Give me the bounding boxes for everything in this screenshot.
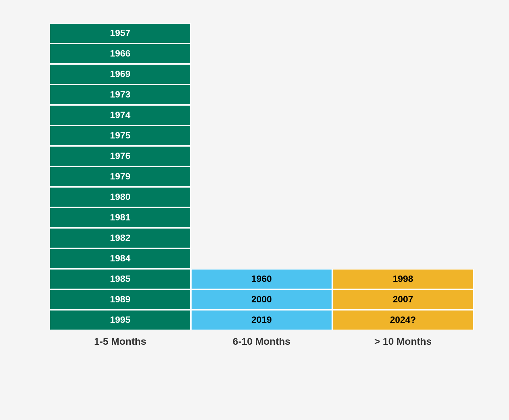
table-row bbox=[332, 166, 474, 187]
table-row: 1985 bbox=[49, 269, 191, 289]
chart-grid-wrapper: 1957196619691973197419751976197919801981… bbox=[49, 23, 460, 347]
chart-container: 1957196619691973197419751976197919801981… bbox=[42, 16, 467, 404]
table-row: 2000 bbox=[191, 289, 332, 310]
table-row bbox=[191, 105, 332, 125]
table-row: 1966 bbox=[49, 43, 191, 64]
table-row bbox=[332, 228, 474, 248]
table-row bbox=[332, 84, 474, 105]
table-row bbox=[191, 187, 332, 207]
table-row bbox=[191, 248, 332, 269]
table-row bbox=[332, 146, 474, 166]
table-row: 2019 bbox=[191, 310, 332, 330]
table-row: 1976 bbox=[49, 146, 191, 166]
table-row bbox=[191, 166, 332, 187]
table-row: 1989 bbox=[49, 289, 191, 310]
table-row bbox=[332, 125, 474, 146]
table-row: 1974 bbox=[49, 105, 191, 125]
table-row: 1960 bbox=[191, 269, 332, 289]
table-row bbox=[332, 248, 474, 269]
table-row: 1957 bbox=[49, 23, 191, 43]
table-row bbox=[191, 64, 332, 84]
data-grid: 1957196619691973197419751976197919801981… bbox=[49, 23, 460, 330]
table-row bbox=[191, 23, 332, 43]
table-row bbox=[191, 43, 332, 64]
table-row: 1980 bbox=[49, 187, 191, 207]
table-row bbox=[191, 228, 332, 248]
table-row: 1984 bbox=[49, 248, 191, 269]
column-labels-row: 1-5 Months 6-10 Months > 10 Months bbox=[49, 336, 460, 347]
table-row bbox=[332, 207, 474, 228]
table-row bbox=[332, 187, 474, 207]
table-row: 1973 bbox=[49, 84, 191, 105]
table-row bbox=[191, 146, 332, 166]
table-row: 1981 bbox=[49, 207, 191, 228]
table-row: 1995 bbox=[49, 310, 191, 330]
table-row: 2024? bbox=[332, 310, 474, 330]
table-row: 2007 bbox=[332, 289, 474, 310]
table-row: 1975 bbox=[49, 125, 191, 146]
table-row bbox=[191, 207, 332, 228]
col3-label: > 10 Months bbox=[332, 336, 474, 347]
table-row bbox=[332, 43, 474, 64]
table-row: 1979 bbox=[49, 166, 191, 187]
col2-label: 6-10 Months bbox=[191, 336, 332, 347]
table-row bbox=[332, 64, 474, 84]
table-row: 1969 bbox=[49, 64, 191, 84]
col1-label: 1-5 Months bbox=[49, 336, 191, 347]
table-row bbox=[191, 125, 332, 146]
table-row bbox=[191, 84, 332, 105]
table-row bbox=[332, 105, 474, 125]
table-row: 1982 bbox=[49, 228, 191, 248]
table-row bbox=[332, 23, 474, 43]
table-row: 1998 bbox=[332, 269, 474, 289]
